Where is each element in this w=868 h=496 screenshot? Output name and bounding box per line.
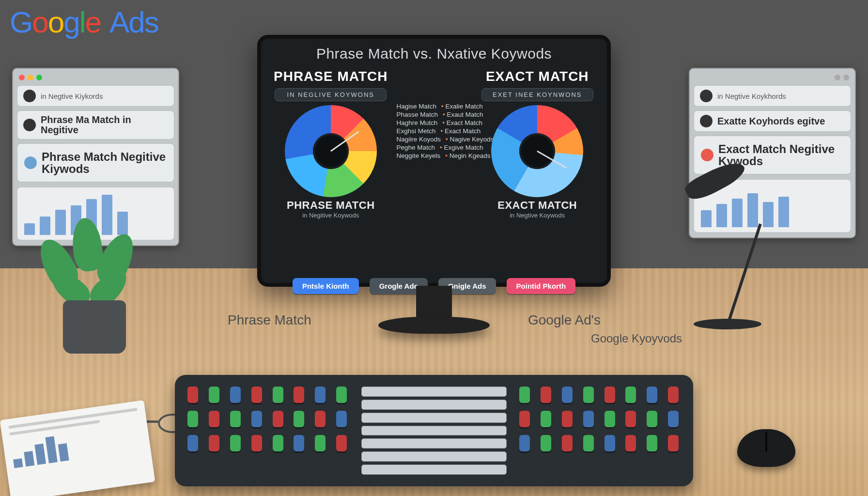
knob-icon[interactable] [315, 387, 326, 403]
monitor-title: Phrase Match vs. Nxative Koywods [270, 46, 598, 62]
knob-icon[interactable] [251, 411, 262, 427]
monitor-button-1[interactable]: Pntsle Kionth [293, 278, 359, 294]
monitor-screen: Phrase Match vs. Nxative Koywods PHRASE … [257, 35, 611, 287]
knob-icon[interactable] [251, 387, 262, 403]
knob-icon[interactable] [583, 387, 594, 403]
exact-head: EXACT MATCH [477, 66, 599, 87]
bullet-icon [23, 90, 36, 102]
knob-icon[interactable] [336, 411, 347, 427]
chip-slot[interactable] [361, 413, 507, 423]
knob-icon[interactable] [583, 411, 594, 427]
knob-icon[interactable] [647, 435, 657, 451]
c-l: Nagiire Koyods [397, 136, 441, 143]
knob-icon[interactable] [668, 411, 679, 427]
exact-match-column: EXACT MATCH EXET INEE KOYNWONS EXACT MAT… [477, 66, 599, 274]
right-row-1: in Negtive Koykhords [694, 85, 851, 107]
knob-icon[interactable] [541, 387, 551, 403]
bullet-icon [700, 90, 713, 102]
knob-icon[interactable] [625, 411, 636, 427]
knob-icon[interactable] [187, 435, 198, 451]
knob-icon[interactable] [294, 411, 304, 427]
bullet-icon [700, 115, 713, 127]
phrase-sub: IN NEGLIVE KOYWONS [275, 88, 387, 101]
knob-icon[interactable] [668, 387, 679, 403]
knob-icon[interactable] [187, 411, 198, 427]
chip-slot[interactable] [361, 426, 507, 436]
knob-icon[interactable] [541, 411, 551, 427]
right-row-2: Exatte Koyhords egitve [694, 110, 851, 132]
monitor-stand [378, 286, 490, 344]
knob-icon[interactable] [251, 435, 262, 451]
knob-icon[interactable] [315, 411, 326, 427]
knob-icon[interactable] [273, 411, 283, 427]
knob-icon[interactable] [294, 387, 304, 403]
knob-icon[interactable] [604, 387, 615, 403]
c-l: Neggite Keyels [397, 152, 441, 159]
knob-icon[interactable] [273, 387, 283, 403]
monitor-button-4[interactable]: Pointid Pkorth [507, 278, 576, 294]
knob-icon[interactable] [187, 387, 198, 403]
knob-icon[interactable] [625, 387, 636, 403]
knob-icon[interactable] [583, 435, 594, 451]
logo-ads-word: Ads [109, 5, 158, 39]
knob-icon[interactable] [541, 435, 551, 451]
knob-icon[interactable] [230, 411, 241, 427]
c-l: Exghsi Metch [397, 127, 436, 135]
chip-slot[interactable] [361, 465, 507, 475]
left-row-1: in Negtive Kiykords [17, 85, 174, 107]
knob-icon[interactable] [604, 435, 615, 451]
knob-icon[interactable] [315, 435, 326, 451]
exact-foot1: EXACT MATCH [497, 199, 577, 212]
pot-icon [63, 300, 126, 354]
bullet-icon [24, 156, 37, 169]
knob-icon[interactable] [562, 411, 573, 427]
knob-icon[interactable] [209, 411, 219, 427]
knob-icon[interactable] [336, 435, 347, 451]
chip-slot[interactable] [361, 387, 507, 397]
left-row-2-text: Phrase Ma Match in Negitive [41, 115, 168, 135]
knob-icon[interactable] [519, 387, 530, 403]
phrase-head: PHRASE MATCH [270, 66, 392, 87]
board-center-chips [361, 387, 507, 475]
knob-icon[interactable] [647, 411, 657, 427]
c-r: Exact Match [441, 127, 481, 135]
knob-icon[interactable] [604, 411, 615, 427]
desk-lamp [674, 170, 761, 329]
phrase-foot2: in Negitive Koywods [302, 212, 359, 219]
knob-icon[interactable] [562, 435, 573, 451]
chip-slot[interactable] [361, 400, 507, 410]
lamp-base-icon [694, 319, 761, 329]
phrase-gauge [285, 105, 377, 197]
bar-icon [778, 197, 789, 227]
knob-icon[interactable] [668, 435, 679, 451]
left-row-2: Phrase Ma Match in Negitive [17, 110, 174, 140]
control-board [175, 375, 693, 486]
knob-icon[interactable] [625, 435, 636, 451]
c-l: Peghe Match [397, 144, 435, 151]
label-google-keywords: Google Kyoyvods [591, 332, 682, 345]
knob-icon[interactable] [273, 435, 283, 451]
knob-icon[interactable] [519, 435, 530, 451]
traffic-light-icon [835, 75, 840, 80]
chip-slot[interactable] [361, 438, 507, 449]
knob-icon[interactable] [230, 435, 241, 451]
lamp-arm-icon [728, 223, 762, 321]
exact-gauge [491, 105, 583, 197]
label-google-ads: Google Ad's [528, 312, 601, 328]
knob-icon[interactable] [209, 387, 219, 403]
label-phrase-match: Phrase Match [228, 312, 311, 328]
knob-icon[interactable] [294, 435, 304, 451]
knob-group-right [519, 387, 681, 475]
knob-icon[interactable] [230, 387, 241, 403]
chip-slot[interactable] [361, 451, 507, 462]
knob-icon[interactable] [647, 387, 657, 403]
knob-icon[interactable] [519, 411, 530, 427]
knob-icon[interactable] [209, 435, 219, 451]
knob-icon[interactable] [336, 387, 347, 403]
knob-icon[interactable] [562, 387, 573, 403]
bullet-icon [701, 149, 713, 161]
right-row-2-text: Exatte Koyhords egitve [717, 116, 825, 126]
phrase-foot1: PHRASE MATCH [287, 199, 375, 212]
stand-base-icon [378, 317, 490, 334]
knob-group-left [187, 387, 349, 475]
